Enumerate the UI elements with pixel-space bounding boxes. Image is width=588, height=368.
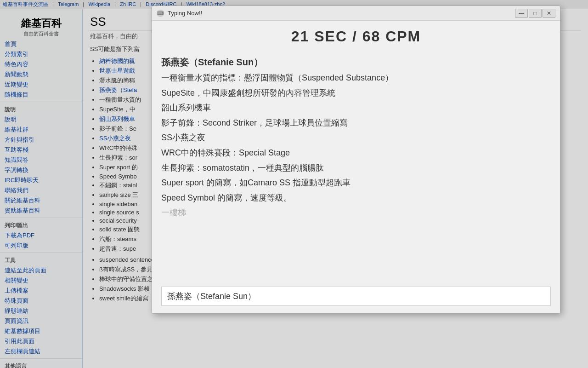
modal-titlebar: ⌨ Typing Now!! — □ ✕	[152, 6, 560, 21]
typing-line-11: 一樓梯	[161, 206, 546, 220]
modal-title-left: ⌨ Typing Now!!	[157, 10, 202, 17]
maximize-button[interactable]: □	[529, 9, 542, 18]
typing-line-2: 一種衡量水質的指標：懸浮固體物質（Suspended Substance）	[161, 71, 546, 85]
modal-body: 21 SEC / 68 CPM 孫燕姿（Stefanie Sun） 一種衡量水質…	[152, 21, 560, 313]
typing-modal: ⌨ Typing Now!! — □ ✕ 21 SEC / 68 CPM 孫燕姿…	[152, 6, 560, 314]
typing-line-4: 韶山系列機車	[161, 101, 546, 115]
modal-controls: — □ ✕	[515, 9, 555, 18]
typing-line-8: 生長抑素：somatostatin，一種典型的腦腸肽	[161, 161, 546, 175]
typing-line-9: Super sport 的簡寫，如Camaro SS 指運動型超跑車	[161, 176, 546, 190]
typing-content-area: 孫燕姿（Stefanie Sun） 一種衡量水質的指標：懸浮固體物質（Suspe…	[152, 50, 560, 281]
modal-app-icon: ⌨	[157, 10, 164, 17]
typing-line-5: 影子前鋒：Second Striker，足球場上球員位置縮寫	[161, 116, 546, 130]
close-button[interactable]: ✕	[543, 9, 555, 18]
modal-title-text: Typing Now!!	[168, 10, 202, 17]
typing-line-3: SupeSite，中國康盛創想所研發的內容管理系統	[161, 86, 546, 100]
typing-line-1: 孫燕姿（Stefanie Sun）	[161, 54, 546, 70]
modal-overlay: ⌨ Typing Now!! — □ ✕ 21 SEC / 68 CPM 孫燕姿…	[0, 0, 588, 368]
stats-display: 21 SEC / 68 CPM	[152, 21, 560, 50]
input-area	[152, 281, 560, 313]
typing-line-7: WRC中的特殊賽段：Special Stage	[161, 146, 546, 160]
typing-input[interactable]	[161, 287, 551, 306]
typing-line-6: SS小燕之夜	[161, 131, 546, 145]
minimize-button[interactable]: —	[515, 9, 528, 18]
typing-line-10: Speed Symbol 的簡寫，速度等級。	[161, 191, 546, 205]
